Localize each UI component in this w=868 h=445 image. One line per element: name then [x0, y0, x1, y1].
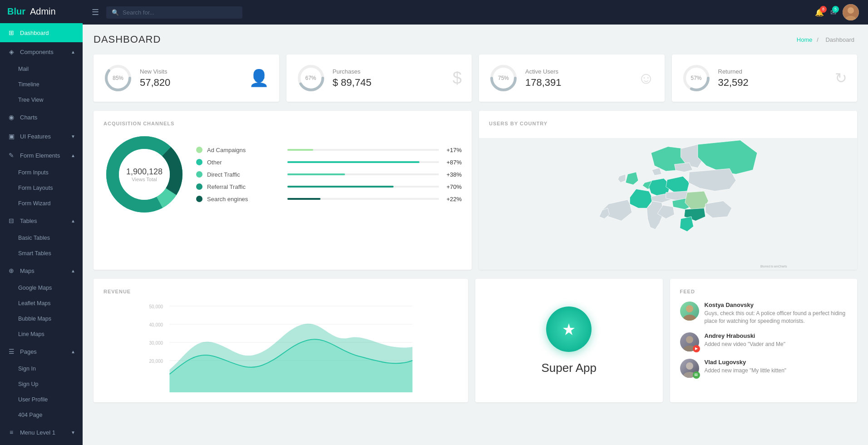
sidebar-item-form-layouts[interactable]: Form Layouts — [0, 180, 83, 196]
feed-item-1: ▶ Andrey Hrabouski Added new video "Vade… — [680, 332, 848, 351]
country-title: USERS BY COUNTRY — [479, 111, 857, 131]
smiley-icon: ☺ — [638, 69, 655, 88]
sidebar-item-ui-features[interactable]: ▣ UI Features ▼ — [0, 127, 83, 146]
acq-label-4: Search engines — [207, 196, 283, 203]
acq-label-1: Other — [207, 159, 283, 166]
sidebar-item-label: Maps — [20, 267, 35, 274]
feed-text-wrap-1: Andrey Hrabouski Added new video "Vader … — [705, 332, 785, 348]
feed-name-2: Vlad Lugovsky — [705, 359, 787, 366]
user-avatar[interactable] — [843, 4, 859, 20]
sidebar-item-pages[interactable]: ☰ Pages ▲ — [0, 342, 83, 361]
acq-pct-1: +87% — [444, 159, 462, 166]
svg-marker-19 — [599, 208, 609, 218]
sidebar-item-sign-up[interactable]: Sign Up — [0, 376, 83, 392]
acq-dot-4 — [196, 196, 202, 202]
chevron-icon: ▲ — [71, 268, 75, 273]
sidebar-item-treeview[interactable]: Tree View — [0, 92, 83, 108]
sidebar-item-tables[interactable]: ⊟ Tables ▲ — [0, 211, 83, 230]
acq-bar-4 — [287, 198, 321, 200]
notification-bell[interactable]: 🔔 8 — [815, 8, 824, 17]
stat-card-new-visits: 85% New Visits 57,820 👤 — [94, 54, 279, 102]
sidebar-item-maps[interactable]: ⊕ Maps ▲ — [0, 261, 83, 280]
sidebar-item-components[interactable]: ◈ Components ▲ — [0, 42, 83, 61]
hamburger-icon[interactable]: ☰ — [92, 7, 99, 17]
middle-row: ACQUISITION CHANNELS — [94, 111, 857, 270]
sidebar-item-mail[interactable]: Mail — [0, 61, 83, 77]
purchases-percent: 67% — [305, 75, 316, 81]
new-visits-percent: 85% — [113, 75, 123, 81]
sidebar-item-form-wizard[interactable]: Form Wizard — [0, 196, 83, 211]
sidebar-item-404[interactable]: 404 Page — [0, 407, 83, 423]
acq-item-4: Search engines +22% — [196, 196, 462, 203]
active-users-label: Active Users — [525, 68, 631, 75]
acq-dot-1 — [196, 159, 202, 165]
messages-icon-wrap[interactable]: ✉ 5 — [830, 8, 836, 17]
sidebar-item-form-inputs[interactable]: Form Inputs — [0, 165, 83, 180]
feed-text-1: Added new video "Vader and Me" — [705, 341, 785, 348]
feed-badge-1: ▶ — [693, 345, 700, 352]
acq-bar-wrap-2 — [287, 173, 439, 175]
ui-features-icon: ▣ — [7, 133, 15, 140]
refresh-icon: ↻ — [835, 69, 847, 87]
svg-text:30,000: 30,000 — [149, 341, 163, 346]
sidebar-item-dashboard[interactable]: ⊞ Dashboard — [0, 23, 83, 42]
returned-percent: 57% — [690, 75, 701, 81]
feed-avatar-1: ▶ — [680, 332, 699, 351]
acq-bar-1 — [287, 161, 419, 163]
sidebar-item-label: Pages — [20, 348, 37, 355]
stat-cards: 85% New Visits 57,820 👤 67% — [94, 54, 857, 102]
returned-label: Returned — [718, 68, 828, 75]
stat-card-returned: 57% Returned 32,592 ↻ — [672, 54, 858, 102]
new-visits-value: 57,820 — [140, 77, 242, 89]
acq-label-2: Direct Traffic — [207, 171, 283, 178]
sidebar-item-label: Dashboard — [20, 30, 49, 36]
sidebar-item-bubble-maps[interactable]: Bubble Maps — [0, 311, 83, 326]
acq-label-0: Ad Campaigns — [207, 147, 283, 153]
new-visits-donut: 85% — [104, 64, 133, 93]
acq-dot-0 — [196, 147, 202, 153]
charts-icon: ◉ — [7, 114, 15, 121]
sidebar: BlurAdmin ⊞ Dashboard ◈ Components ▲ Mai… — [0, 0, 83, 445]
sidebar-item-label: Components — [20, 49, 54, 55]
feed-text-wrap-2: Vlad Lugovsky Added new image "My little… — [705, 359, 787, 375]
acq-item-0: Ad Campaigns +17% — [196, 147, 462, 153]
sidebar-item-menu-level[interactable]: ≡ Menu Level 1 ▼ — [0, 423, 83, 442]
country-card: USERS BY COUNTRY — [479, 111, 857, 270]
donut-center: 1,900,128 Views Total — [126, 167, 163, 182]
chevron-icon: ▲ — [71, 153, 75, 158]
super-app-icon — [546, 307, 592, 352]
svg-point-1 — [848, 7, 854, 14]
form-elements-icon: ✎ — [7, 152, 15, 159]
acq-bar-wrap-3 — [287, 186, 439, 188]
revenue-chart: 50,000 40,000 30,000 20,000 — [104, 302, 458, 392]
new-visits-label: New Visits — [140, 68, 242, 75]
sidebar-item-leaflet-maps[interactable]: Leaflet Maps — [0, 296, 83, 311]
svg-marker-39 — [675, 163, 693, 172]
breadcrumb-home[interactable]: Home — [797, 36, 813, 43]
sidebar-item-charts[interactable]: ◉ Charts — [0, 108, 83, 127]
sidebar-item-google-maps[interactable]: Google Maps — [0, 280, 83, 296]
acq-bar-wrap-1 — [287, 161, 439, 163]
feed-name-1: Andrey Hrabouski — [705, 332, 785, 339]
sidebar-item-basic-tables[interactable]: Basic Tables — [0, 230, 83, 246]
sidebar-item-smart-tables[interactable]: Smart Tables — [0, 246, 83, 261]
acq-pct-2: +38% — [444, 171, 462, 178]
sidebar-item-sign-in[interactable]: Sign In — [0, 361, 83, 376]
chevron-icon: ▲ — [71, 49, 75, 54]
svg-point-49 — [686, 305, 693, 312]
sidebar-item-form-elements[interactable]: ✎ Form Elements ▲ — [0, 146, 83, 165]
svg-text:40,000: 40,000 — [149, 322, 163, 327]
map-area: Blurred to amCharts — [479, 138, 857, 270]
sidebar-item-timeline[interactable]: Timeline — [0, 77, 83, 92]
svg-marker-28 — [652, 168, 662, 175]
svg-marker-21 — [618, 174, 626, 183]
super-app-card: Super App — [475, 279, 663, 402]
search-input[interactable] — [123, 9, 237, 16]
acq-bar-wrap-4 — [287, 198, 439, 200]
pages-icon: ☰ — [7, 348, 15, 355]
acq-item-2: Direct Traffic +38% — [196, 171, 462, 178]
search-box[interactable]: 🔍 — [106, 6, 242, 19]
search-icon: 🔍 — [112, 9, 119, 16]
sidebar-item-user-profile[interactable]: User Profile — [0, 392, 83, 407]
sidebar-item-line-maps[interactable]: Line Maps — [0, 326, 83, 342]
